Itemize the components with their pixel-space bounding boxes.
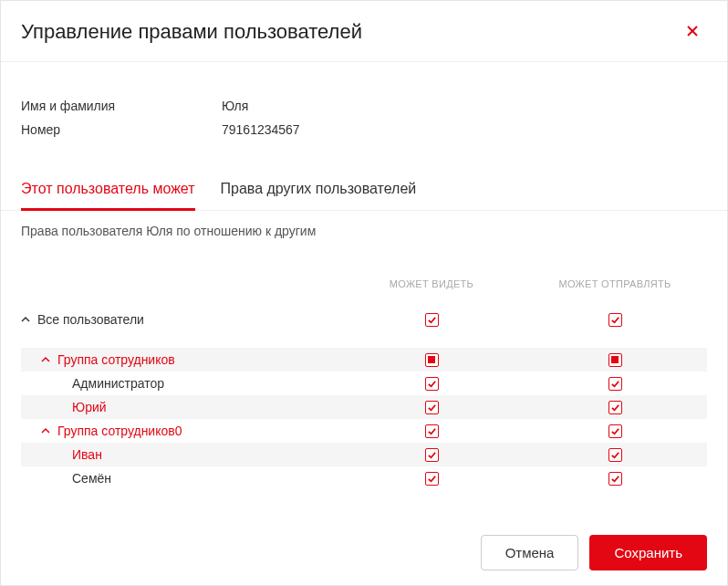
checkbox-see[interactable] [425, 313, 439, 327]
checkbox-send[interactable] [608, 313, 622, 327]
close-icon [686, 25, 699, 40]
row-group: Группа сотрудников0 [21, 419, 707, 443]
checkbox-see[interactable] [425, 353, 439, 367]
close-button[interactable] [678, 17, 707, 47]
checkbox-send[interactable] [608, 448, 622, 462]
row-label: Группа сотрудников0 [57, 424, 182, 438]
number-value: 79161234567 [222, 122, 300, 137]
row-group: Группа сотрудников [21, 348, 707, 371]
checkbox-see[interactable] [425, 401, 439, 414]
checkbox-send[interactable] [608, 472, 622, 486]
row-user: Иван [21, 443, 707, 466]
chevron-up-icon[interactable] [41, 355, 50, 364]
checkbox-see[interactable] [425, 424, 439, 438]
checkbox-see[interactable] [425, 377, 439, 391]
cancel-button[interactable]: Отмена [481, 535, 579, 570]
checkbox-send[interactable] [608, 377, 622, 391]
checkbox-see[interactable] [425, 472, 439, 486]
row-user: Семён [21, 466, 707, 490]
row-all-users: Все пользователи [21, 308, 707, 331]
checkbox-send[interactable] [608, 353, 622, 367]
checkbox-send[interactable] [608, 401, 622, 414]
row-user: Юрий [21, 395, 707, 419]
row-label: Администратор [72, 376, 164, 391]
column-can-see: МОЖЕТ ВИДЕТЬ [340, 278, 523, 289]
row-label: Иван [72, 447, 102, 462]
name-value: Юля [222, 99, 248, 113]
checkbox-send[interactable] [608, 424, 622, 438]
row-label: Все пользователи [37, 312, 144, 327]
checkbox-see[interactable] [425, 448, 439, 462]
dialog-title: Управление правами пользователей [21, 20, 362, 44]
column-can-send: МОЖЕТ ОТПРАВЛЯТЬ [523, 278, 707, 289]
save-button[interactable]: Сохранить [589, 535, 707, 570]
name-label: Имя и фамилия [21, 99, 222, 113]
row-user: Администратор [21, 371, 707, 395]
tab-others-rights[interactable]: Права других пользователей [221, 181, 417, 211]
number-label: Номер [21, 122, 222, 137]
tab-user-can[interactable]: Этот пользователь может [21, 181, 195, 211]
chevron-up-icon[interactable] [41, 426, 50, 435]
row-label: Семён [72, 471, 111, 486]
row-label: Юрий [72, 400, 107, 414]
chevron-up-icon[interactable] [21, 315, 30, 324]
row-label: Группа сотрудников [57, 352, 175, 367]
section-subtitle: Права пользователя Юля по отношению к др… [1, 211, 727, 238]
